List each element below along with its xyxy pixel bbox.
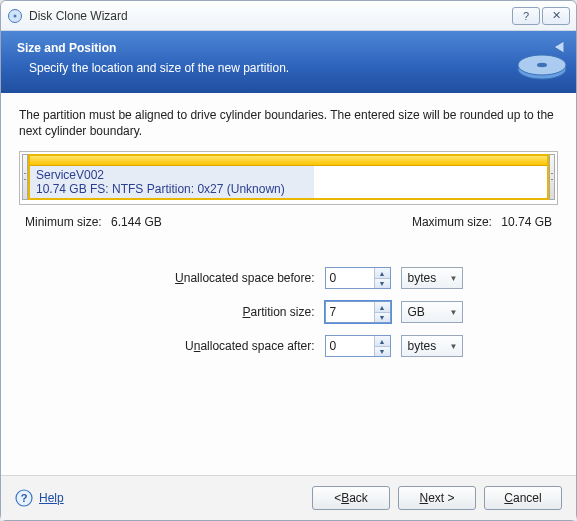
spin-up-icon[interactable]: ▲ xyxy=(375,268,390,279)
spin-down-icon[interactable]: ▼ xyxy=(375,279,390,289)
help-window-button[interactable]: ? xyxy=(512,7,540,25)
input-unalloc-before[interactable]: ▲ ▼ xyxy=(325,267,391,289)
app-icon xyxy=(7,8,23,24)
window-buttons: ? ✕ xyxy=(510,7,570,25)
resize-handle-left[interactable] xyxy=(22,154,28,200)
help-icon: ? xyxy=(15,489,33,507)
help-link[interactable]: ? Help xyxy=(15,489,64,507)
chevron-down-icon: ▼ xyxy=(450,308,458,317)
partition-form: Unallocated space before: ▲ ▼ bytes ▼ Pa… xyxy=(19,267,558,357)
spin-up-icon[interactable]: ▲ xyxy=(375,336,390,347)
svg-point-4 xyxy=(537,63,547,67)
wizard-body: The partition must be aligned to drive c… xyxy=(1,93,576,475)
input-unalloc-after[interactable]: ▲ ▼ xyxy=(325,335,391,357)
titlebar: Disk Clone Wizard ? ✕ xyxy=(1,1,576,31)
chevron-down-icon: ▼ xyxy=(450,342,458,351)
partition-name: ServiceV002 xyxy=(36,168,541,182)
unit-before-value: bytes xyxy=(408,271,437,285)
disk-graphic-icon xyxy=(514,37,570,85)
back-button[interactable]: < Back xyxy=(312,486,390,510)
label-unalloc-after: Unallocated space after: xyxy=(115,339,315,353)
svg-point-1 xyxy=(14,14,17,17)
cancel-button[interactable]: Cancel xyxy=(484,486,562,510)
input-unalloc-before-field[interactable] xyxy=(326,268,374,288)
partition-bar[interactable]: ServiceV002 10.74 GB FS: NTFS Partition:… xyxy=(28,154,549,200)
max-size-label: Maximum size: xyxy=(412,215,492,229)
size-limits: Minimum size: 6.144 GB Maximum size: 10.… xyxy=(19,215,558,229)
partition-bar-content: ServiceV002 10.74 GB FS: NTFS Partition:… xyxy=(30,166,547,198)
unit-select-size[interactable]: GB ▼ xyxy=(401,301,463,323)
wizard-footer: ? Help < Back Next > Cancel xyxy=(1,475,576,520)
spin-down-icon[interactable]: ▼ xyxy=(375,347,390,357)
min-size-label: Minimum size: xyxy=(25,215,102,229)
unit-size-value: GB xyxy=(408,305,425,319)
row-unalloc-before: Unallocated space before: ▲ ▼ bytes ▼ xyxy=(115,267,463,289)
wizard-header: Size and Position Specify the location a… xyxy=(1,31,576,93)
partition-details: 10.74 GB FS: NTFS Partition: 0x27 (Unkno… xyxy=(36,182,541,196)
header-subtitle: Specify the location and size of the new… xyxy=(29,61,560,75)
partition-bar-container: ServiceV002 10.74 GB FS: NTFS Partition:… xyxy=(19,151,558,205)
instruction-text: The partition must be aligned to drive c… xyxy=(19,107,558,139)
close-window-button[interactable]: ✕ xyxy=(542,7,570,25)
unit-select-after[interactable]: bytes ▼ xyxy=(401,335,463,357)
label-partition-size: Partition size: xyxy=(115,305,315,319)
partition-bar-header xyxy=(30,156,547,166)
help-label: Help xyxy=(39,491,64,505)
next-button[interactable]: Next > xyxy=(398,486,476,510)
wizard-window: Disk Clone Wizard ? ✕ Size and Position … xyxy=(0,0,577,521)
window-title: Disk Clone Wizard xyxy=(29,9,510,23)
unit-select-before[interactable]: bytes ▼ xyxy=(401,267,463,289)
min-size-value: 6.144 GB xyxy=(111,215,162,229)
spin-down-icon[interactable]: ▼ xyxy=(375,313,390,323)
input-unalloc-after-field[interactable] xyxy=(326,336,374,356)
resize-handle-right[interactable] xyxy=(549,154,555,200)
unit-after-value: bytes xyxy=(408,339,437,353)
row-partition-size: Partition size: ▲ ▼ GB ▼ xyxy=(115,301,463,323)
header-title: Size and Position xyxy=(17,41,560,55)
input-partition-size[interactable]: ▲ ▼ xyxy=(325,301,391,323)
svg-text:?: ? xyxy=(21,492,28,504)
label-unalloc-before: Unallocated space before: xyxy=(115,271,315,285)
chevron-down-icon: ▼ xyxy=(450,274,458,283)
row-unalloc-after: Unallocated space after: ▲ ▼ bytes ▼ xyxy=(115,335,463,357)
input-partition-size-field[interactable] xyxy=(326,302,374,322)
max-size-value: 10.74 GB xyxy=(501,215,552,229)
spin-up-icon[interactable]: ▲ xyxy=(375,302,390,313)
